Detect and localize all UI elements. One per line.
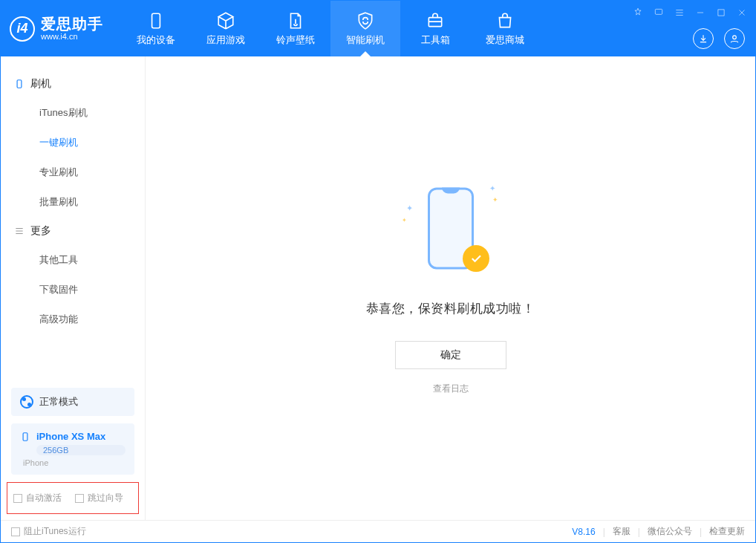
device-type: iPhone [23,458,126,467]
checkbox-label: 自动激活 [26,492,62,504]
sidebar-item-itunes-flash[interactable]: iTunes刷机 [1,98,145,128]
sparkle-icon: ✦ [406,204,413,213]
checkbox-label: 跳过向导 [88,492,123,504]
nav-label: 爱思商城 [486,33,524,47]
separator: | [603,527,605,537]
svg-rect-3 [718,10,724,16]
sidebar-item-pro-flash[interactable]: 专业刷机 [1,157,145,187]
phone-icon [14,79,25,89]
nav-my-device[interactable]: 我的设备 [121,1,191,56]
svg-rect-5 [17,80,22,88]
sparkle-icon: ✦ [489,184,495,192]
checkbox-icon [75,494,84,503]
close-button[interactable] [736,7,748,19]
device-name: iPhone XS Max [36,431,105,442]
device-mode-box[interactable]: 正常模式 [11,388,134,416]
checkmark-badge-icon [463,245,489,272]
sidebar-group-flash: 刷机 [1,70,145,98]
nav-label: 铃声壁纸 [276,33,315,47]
sparkle-icon: ✦ [492,196,498,204]
view-log-link[interactable]: 查看日志 [433,383,469,395]
block-itunes-checkbox[interactable]: 阻止iTunes运行 [11,525,86,538]
sidebar-item-label: 一键刷机 [39,137,78,148]
app-subtitle: www.i4.cn [41,33,103,41]
sidebar-item-label: 下载固件 [39,284,78,295]
support-link[interactable]: 客服 [613,525,630,538]
main-content: ✦ ✦ ✦ ✦ 恭喜您，保资料刷机成功啦！ 确定 查看日志 [146,56,755,520]
sidebar-item-batch-flash[interactable]: 批量刷机 [1,187,145,217]
svg-rect-6 [23,432,27,440]
feedback-button[interactable] [653,7,665,19]
phone-small-icon [20,432,30,442]
header-right-actions [693,28,745,49]
list-icon [14,226,25,236]
download-manager-button[interactable] [693,28,714,49]
status-bar: 阻止iTunes运行 V8.16 | 客服 | 微信公众号 | 检查更新 [1,520,755,542]
sparkle-icon: ✦ [402,217,407,224]
maximize-button[interactable] [715,7,727,19]
success-illustration: ✦ ✦ ✦ ✦ [399,181,503,285]
app-body: 刷机 iTunes刷机 一键刷机 专业刷机 批量刷机 更多 其他工具 下载固件 … [1,56,755,520]
music-file-icon [286,11,305,30]
menu-button[interactable] [674,7,685,19]
check-update-link[interactable]: 检查更新 [709,525,745,538]
skip-guide-checkbox[interactable]: 跳过向导 [75,492,123,504]
checkbox-icon [11,527,20,536]
sidebar-item-label: 批量刷机 [39,196,78,207]
nav-label: 智能刷机 [346,33,385,47]
group-label: 更多 [30,224,51,238]
bag-icon [495,11,515,30]
version-label: V8.16 [572,527,595,537]
app-header: i4 爱思助手 www.i4.cn 我的设备 应用游戏 铃声壁纸 智能刷机 工具… [1,1,755,56]
auto-activate-checkbox[interactable]: 自动激活 [13,492,62,504]
sidebar-item-advanced[interactable]: 高级功能 [1,305,145,334]
mode-icon [20,395,33,409]
nav-smart-flash[interactable]: 智能刷机 [330,1,400,56]
nav-label: 应用游戏 [206,33,245,47]
highlighted-options: 自动激活 跳过向导 [7,482,139,514]
device-storage: 256GB [36,445,126,455]
checkbox-label: 阻止iTunes运行 [24,525,86,538]
nav-toolbox[interactable]: 工具箱 [400,1,470,56]
app-title: 爱思助手 [41,16,103,31]
account-button[interactable] [724,28,745,49]
theme-button[interactable] [632,7,644,19]
device-icon [146,11,166,30]
sidebar: 刷机 iTunes刷机 一键刷机 专业刷机 批量刷机 更多 其他工具 下载固件 … [1,56,146,520]
logo-icon: i4 [10,16,35,42]
separator: | [638,527,640,537]
ok-button[interactable]: 确定 [395,341,506,369]
nav-apps-games[interactable]: 应用游戏 [191,1,261,56]
nav-ringtones-wallpapers[interactable]: 铃声壁纸 [261,1,330,56]
sidebar-group-more: 更多 [1,217,145,245]
sidebar-item-download-firmware[interactable]: 下载固件 [1,275,145,305]
cube-icon [216,11,235,30]
shield-refresh-icon [356,11,375,30]
device-info-box[interactable]: iPhone XS Max 256GB iPhone [11,423,134,475]
minimize-button[interactable] [694,7,706,19]
mode-label: 正常模式 [39,395,78,409]
svg-point-4 [733,36,737,39]
group-label: 刷机 [30,77,51,91]
checkbox-icon [13,494,22,503]
sidebar-item-label: iTunes刷机 [39,107,88,118]
sidebar-item-label: 其他工具 [39,254,78,265]
sidebar-item-oneclick-flash[interactable]: 一键刷机 [1,128,145,157]
sidebar-item-label: 高级功能 [39,313,78,325]
nav-store[interactable]: 爱思商城 [470,1,540,56]
nav-label: 我的设备 [137,33,175,47]
main-nav: 我的设备 应用游戏 铃声壁纸 智能刷机 工具箱 爱思商城 [121,1,540,56]
success-message: 恭喜您，保资料刷机成功啦！ [366,300,535,317]
window-controls [632,7,748,19]
sidebar-item-other-tools[interactable]: 其他工具 [1,245,145,275]
toolbox-icon [426,11,445,30]
sidebar-item-label: 专业刷机 [39,166,78,178]
svg-rect-2 [655,9,662,14]
wechat-link[interactable]: 微信公众号 [648,525,692,538]
app-logo: i4 爱思助手 www.i4.cn [10,16,121,42]
nav-label: 工具箱 [421,33,450,47]
separator: | [700,527,702,537]
svg-rect-0 [152,13,160,28]
